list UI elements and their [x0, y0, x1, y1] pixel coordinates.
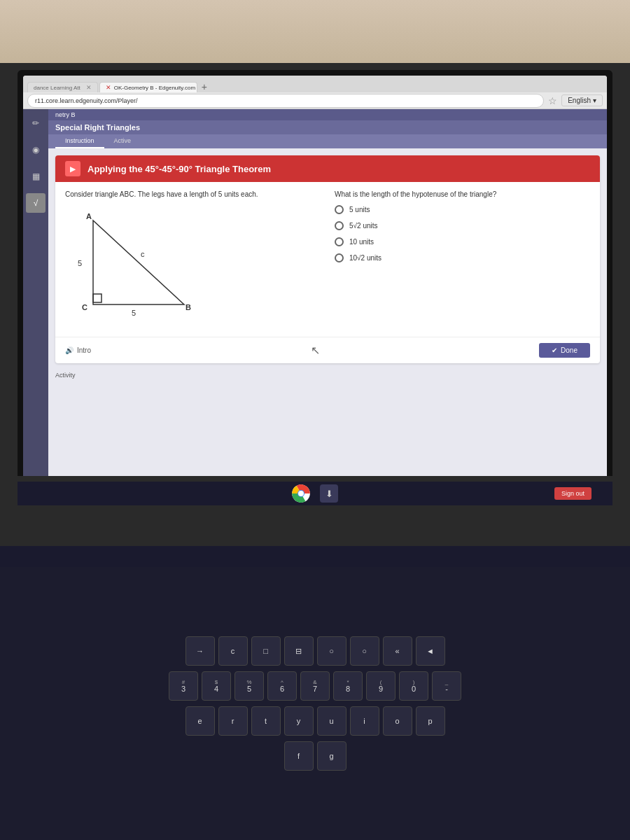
key-p[interactable]: p [416, 706, 445, 736]
key-e[interactable]: e [186, 706, 215, 736]
key-9[interactable]: ( 9 [366, 671, 396, 701]
answer-option-1[interactable]: 5 units [335, 205, 590, 214]
play-icon: ▶ [70, 165, 76, 173]
screen-bezel: dance Learning Att ✕ ✕ OK-Geometry B - E… [18, 70, 612, 476]
activity-label: Activity [48, 370, 607, 380]
intro-button[interactable]: 🔊 Intro [65, 346, 91, 354]
side-cb-label: 5 [132, 309, 136, 317]
key-3[interactable]: # 3 [169, 671, 198, 701]
card-title: Applying the 45°-45°-90° Triangle Theore… [88, 164, 271, 174]
answer-label-2: 5√2 units [349, 222, 378, 230]
key-c[interactable]: c [218, 636, 248, 666]
vertex-a-label: A [86, 212, 92, 220]
main-content: ✏ ◉ ▦ √ netry B Special Right Triangles [23, 109, 607, 476]
answer-label-3: 10 units [349, 238, 374, 246]
subject-bar: netry B [48, 109, 607, 120]
answer-option-2[interactable]: 5√2 units [335, 221, 590, 230]
download-icon[interactable]: ⬇ [320, 484, 338, 503]
card-header: ▶ Applying the 45°-45°-90° Triangle Theo… [55, 155, 600, 182]
section-title-text: Special Right Triangles [55, 123, 140, 132]
tab-close-inactive[interactable]: ✕ [86, 84, 92, 91]
key-5[interactable]: % 5 [234, 671, 264, 701]
section-title: Special Right Triangles [48, 120, 607, 134]
chevron-down-icon: ▾ [593, 97, 596, 104]
key-t[interactable]: t [251, 706, 281, 736]
key-minus[interactable]: _ - [432, 671, 461, 701]
chrome-icon[interactable] [292, 484, 310, 503]
answer-label-4: 10√2 units [349, 254, 382, 262]
key-8[interactable]: * 8 [333, 671, 363, 701]
tab-bar: dance Learning Att ✕ ✕ OK-Geometry B - E… [23, 76, 607, 92]
radio-4[interactable] [335, 253, 344, 262]
key-dquote[interactable]: « [383, 636, 412, 666]
key-7[interactable]: & 7 [300, 671, 330, 701]
card-header-icon: ▶ [65, 161, 80, 176]
radio-1[interactable] [335, 205, 344, 214]
key-y[interactable]: y [284, 706, 314, 736]
problem-text: Consider triangle ABC. The legs have a l… [65, 190, 321, 198]
key-r[interactable]: r [218, 706, 248, 736]
key-u[interactable]: u [317, 706, 346, 736]
answers-area: What is the length of the hypotenuse of … [335, 190, 590, 328]
sign-out-area: Sign out [554, 486, 592, 500]
answer-option-3[interactable]: 10 units [335, 237, 590, 246]
radio-3[interactable] [335, 237, 344, 246]
sign-out-button[interactable]: Sign out [554, 487, 592, 500]
key-4[interactable]: $ 4 [202, 671, 231, 701]
keyboard-row-4: f g [284, 741, 346, 771]
tab-active[interactable]: ✕ OK-Geometry B - Edgenuity.com ✕ [99, 82, 197, 92]
subject-label: netry B [55, 111, 76, 118]
done-button[interactable]: ✔ Done [539, 343, 590, 358]
checkmark-icon: ✔ [552, 346, 557, 354]
key-o[interactable]: o [383, 706, 412, 736]
tab-inactive[interactable]: dance Learning Att ✕ [27, 82, 98, 92]
room-background [0, 0, 630, 63]
speaker-icon: 🔊 [65, 346, 74, 354]
answer-option-4[interactable]: 10√2 units [335, 253, 590, 262]
svg-rect-1 [93, 294, 102, 302]
page-content: netry B Special Right Triangles Instruct… [48, 109, 607, 476]
key-circle2[interactable]: ○ [350, 636, 379, 666]
key-back[interactable]: ◄ [416, 636, 445, 666]
key-i[interactable]: i [350, 706, 379, 736]
tab-label-inactive: dance Learning Att [34, 85, 80, 91]
new-tab-button[interactable]: + [199, 81, 210, 92]
address-text: r11.core.learn.edgenuity.com/Player/ [35, 97, 137, 104]
keyboard-row-2: # 3 $ 4 % 5 ^ 6 & 7 * 8 ( 9 ) 0 [169, 671, 461, 701]
bookmark-icon[interactable]: ☆ [548, 95, 557, 106]
key-square[interactable]: □ [251, 636, 281, 666]
answer-label-1: 5 units [349, 206, 370, 214]
cursor-icon: ↖ [311, 344, 320, 357]
tab-instruction[interactable]: Instruction [55, 134, 104, 148]
address-bar-row: r11.core.learn.edgenuity.com/Player/ ☆ E… [23, 92, 607, 109]
tab-active-label: Active [114, 137, 132, 144]
key-arrow[interactable]: → [186, 636, 215, 666]
sign-out-label: Sign out [561, 490, 584, 497]
content-card: ▶ Applying the 45°-45°-90° Triangle Theo… [55, 155, 600, 363]
key-split[interactable]: ⊟ [284, 636, 314, 666]
side-ab-label: c [141, 250, 145, 258]
english-language-button[interactable]: English ▾ [561, 94, 603, 106]
card-footer: 🔊 Intro ↖ ✔ Done [55, 337, 600, 363]
keyboard-row-3: e r t y u i o p [186, 706, 445, 736]
sidebar-math-icon[interactable]: √ [26, 193, 46, 213]
radio-2[interactable] [335, 221, 344, 230]
sidebar-audio-icon[interactable]: ◉ [26, 140, 46, 160]
keyboard-row-1: → c □ ⊟ ○ ○ « ◄ [186, 636, 445, 666]
tab-label-active: OK-Geometry B - Edgenuity.com [114, 85, 195, 91]
english-label: English [568, 97, 591, 104]
key-6[interactable]: ^ 6 [267, 671, 297, 701]
sidebar-edit-icon[interactable]: ✏ [26, 113, 46, 133]
download-symbol: ⬇ [326, 489, 333, 499]
left-sidebar: ✏ ◉ ▦ √ [23, 109, 48, 476]
done-label: Done [561, 346, 578, 354]
sidebar-grid-icon[interactable]: ▦ [26, 167, 46, 186]
tab-instruction-label: Instruction [65, 137, 94, 144]
key-circle1[interactable]: ○ [317, 636, 346, 666]
problem-area: Consider triangle ABC. The legs have a l… [65, 190, 321, 328]
address-bar[interactable]: r11.core.learn.edgenuity.com/Player/ [27, 94, 544, 108]
key-f[interactable]: f [284, 741, 314, 771]
key-g[interactable]: g [317, 741, 346, 771]
tab-active-tab[interactable]: Active [104, 134, 141, 148]
key-0[interactable]: ) 0 [399, 671, 428, 701]
